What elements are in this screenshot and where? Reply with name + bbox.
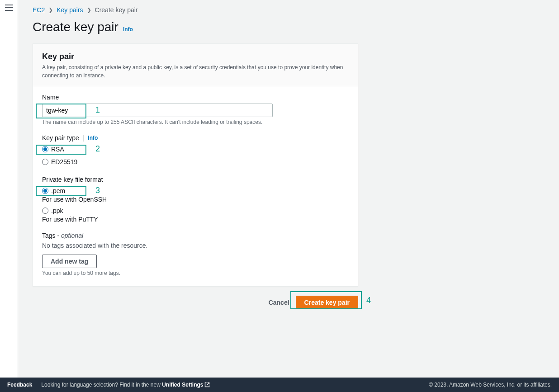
tags-label-optional: optional: [61, 232, 83, 239]
breadcrumb-current: Create key pair: [95, 6, 138, 14]
panel-title: Key pair: [42, 52, 349, 61]
radio-ed25519-input[interactable]: [42, 159, 48, 165]
info-link[interactable]: Info: [123, 26, 133, 33]
radio-pem-sub: For use with OpenSSH: [42, 196, 349, 203]
footer-lang-prefix: Looking for language selection? Find it …: [41, 382, 162, 388]
file-format-field: Private key file format .pem For use wit…: [42, 176, 349, 223]
radio-pem[interactable]: .pem: [42, 186, 349, 196]
radio-ed25519[interactable]: ED25519: [42, 157, 349, 167]
radio-pem-input[interactable]: [42, 188, 48, 194]
radio-rsa[interactable]: RSA: [42, 144, 349, 154]
keypair-type-label-text: Key pair type: [42, 134, 79, 142]
footer-lang-text: Looking for language selection? Find it …: [41, 382, 209, 388]
panel-body: Name The name can include up to 255 ASCI…: [33, 86, 358, 286]
add-new-tag-button[interactable]: Add new tag: [42, 255, 97, 268]
page-heading: Create key pair Info: [33, 20, 545, 34]
name-label: Name: [42, 94, 349, 101]
external-link-icon: [204, 382, 210, 387]
footer: Feedback Looking for language selection?…: [0, 378, 559, 392]
footer-copyright: © 2023, Amazon Web Services, Inc. or its…: [429, 382, 552, 388]
radio-ppk-input[interactable]: [42, 208, 48, 214]
annotation-number-4: 4: [366, 296, 371, 305]
radio-rsa-label: RSA: [51, 146, 64, 153]
tags-field: Tags - optional No tags associated with …: [42, 232, 349, 276]
main-content: EC2 ❯ Key pairs ❯ Create key pair Create…: [18, 0, 559, 378]
unified-settings-link[interactable]: Unified Settings: [162, 382, 209, 388]
key-pair-panel: Key pair A key pair, consisting of a pri…: [33, 43, 358, 287]
hamburger-icon[interactable]: [5, 5, 13, 11]
page-title: Create key pair: [33, 20, 118, 34]
tags-label: Tags - optional: [42, 232, 349, 239]
breadcrumb-ec2[interactable]: EC2: [33, 6, 45, 14]
actions-row: Cancel Create key pair 4: [33, 296, 358, 309]
panel-description: A key pair, consisting of a private key …: [42, 63, 349, 80]
tags-help: You can add up to 50 more tags.: [42, 270, 349, 276]
breadcrumb: EC2 ❯ Key pairs ❯ Create key pair: [33, 6, 545, 14]
feedback-link[interactable]: Feedback: [7, 382, 32, 388]
radio-rsa-input[interactable]: [42, 146, 48, 152]
radio-ed25519-label: ED25519: [51, 158, 77, 165]
file-format-radio-group: .pem For use with OpenSSH .ppk For use w…: [42, 186, 349, 223]
footer-left: Feedback Looking for language selection?…: [7, 382, 210, 388]
keypair-type-field: Key pair type | Info RSA: [42, 134, 349, 167]
radio-ppk-sub: For use with PuTTY: [42, 216, 349, 223]
radio-ppk-label: .ppk: [51, 207, 63, 214]
tags-label-prefix: Tags -: [42, 232, 61, 239]
keypair-type-label: Key pair type | Info: [42, 134, 349, 142]
unified-settings-link-text: Unified Settings: [162, 382, 203, 388]
breadcrumb-keypairs[interactable]: Key pairs: [57, 6, 83, 14]
panel-header: Key pair A key pair, consisting of a pri…: [33, 44, 358, 86]
chevron-right-icon: ❯: [48, 7, 53, 13]
sidebar-collapsed: [0, 0, 18, 378]
keypair-type-info-link[interactable]: Info: [88, 135, 98, 141]
chevron-right-icon: ❯: [87, 7, 91, 13]
cancel-button[interactable]: Cancel: [269, 299, 289, 306]
create-key-pair-button[interactable]: Create key pair: [296, 296, 358, 309]
radio-ppk[interactable]: .ppk: [42, 206, 349, 216]
file-format-label: Private key file format: [42, 176, 349, 183]
name-input[interactable]: [42, 104, 273, 117]
tags-empty-message: No tags associated with the resource.: [42, 242, 349, 249]
label-divider: |: [83, 134, 85, 142]
radio-pem-label: .pem: [51, 187, 65, 194]
keypair-type-radio-group: RSA ED25519: [42, 144, 349, 167]
name-field: Name The name can include up to 255 ASCI…: [42, 94, 349, 125]
name-help: The name can include up to 255 ASCII cha…: [42, 119, 349, 125]
